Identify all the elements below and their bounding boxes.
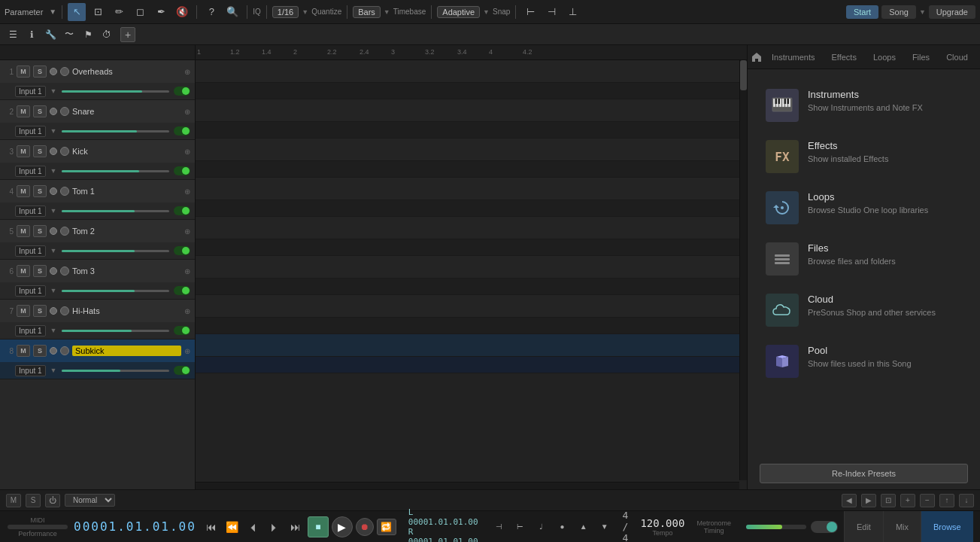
click-btn[interactable]: ● (554, 518, 572, 536)
track-dot-6[interactable] (50, 267, 57, 275)
toggle-4[interactable] (174, 206, 190, 215)
snap-value[interactable]: Adaptive (437, 6, 480, 18)
solo-btn-7[interactable]: S (33, 305, 47, 317)
stereo-icon-3[interactable]: ⊕ (184, 148, 190, 156)
zoom-out-btn[interactable]: − (920, 494, 935, 507)
song-btn[interactable]: Song (881, 5, 916, 19)
browser-item-effects[interactable]: FX Effects Show installed Effects (760, 132, 968, 181)
toggle-3[interactable] (174, 166, 190, 175)
scroll-left-btn[interactable]: ◀ (842, 494, 857, 507)
curve-btn[interactable]: 〜 (61, 27, 77, 42)
stereo-icon-7[interactable]: ⊕ (184, 307, 190, 315)
track-header-2[interactable]: 2 M S Snare ⊕ (0, 100, 195, 123)
stereo-icon-6[interactable]: ⊕ (184, 267, 190, 276)
input-arrow-4[interactable]: ▼ (50, 207, 57, 215)
volume-bar-7[interactable] (62, 330, 169, 332)
track-header-4[interactable]: 4 M S Tom 1 ⊕ (0, 180, 195, 202)
lane-7[interactable] (196, 295, 747, 318)
stereo-icon-4[interactable]: ⊕ (184, 187, 190, 196)
solo-btn-5[interactable]: S (33, 225, 47, 237)
paint-tool-btn[interactable]: ✒ (152, 3, 170, 21)
stereo-icon-5[interactable]: ⊕ (184, 227, 190, 236)
start-btn[interactable]: Start (846, 5, 878, 19)
tab-loops[interactable]: Loops (866, 50, 903, 65)
zoom-fit-btn[interactable]: ⊡ (881, 494, 896, 507)
snap-right-btn[interactable]: ⊣ (542, 3, 560, 21)
record-btn[interactable]: ⏺ (356, 518, 374, 536)
input-select-3[interactable]: Input 1 (15, 166, 46, 177)
track-vol-5[interactable] (60, 227, 69, 236)
quantize-arrow[interactable]: ▼ (302, 8, 308, 16)
browser-item-cloud[interactable]: Cloud PreSonus Shop and other services (760, 286, 968, 334)
track-header-7[interactable]: 7 M S Hi-Hats ⊕ (0, 300, 195, 322)
v-scroll-thumb[interactable] (740, 60, 747, 90)
help-btn[interactable]: ? (202, 3, 220, 21)
track-dot-3[interactable] (50, 148, 57, 155)
track-dot-1[interactable] (50, 68, 57, 75)
toggle-2[interactable] (174, 126, 190, 136)
edit-btn[interactable]: Edit (844, 511, 883, 543)
select-tool-btn[interactable]: ↖ (68, 3, 86, 21)
mute-tool-btn[interactable]: 🔇 (173, 3, 191, 21)
forward-small-btn[interactable]: ⏵ (265, 518, 284, 536)
info-btn[interactable]: ℹ (23, 27, 40, 42)
track-vol-8[interactable] (60, 346, 69, 355)
input-select-8[interactable]: Input 1 (15, 365, 46, 376)
down-btn[interactable]: ▼ (596, 518, 614, 536)
lane-4[interactable] (196, 178, 747, 200)
browse-btn[interactable]: Browse (921, 511, 973, 543)
track-dot-8[interactable] (50, 347, 57, 355)
volume-bar-3[interactable] (62, 170, 169, 172)
snap-mid-btn[interactable]: ⊥ (563, 3, 581, 21)
expand-btn[interactable]: ↑ (939, 494, 954, 507)
volume-bar-8[interactable] (62, 370, 169, 372)
mute-btn-5[interactable]: M (17, 225, 30, 237)
rewind-btn[interactable]: ⏮ (202, 518, 220, 536)
input-arrow-3[interactable]: ▼ (50, 167, 57, 175)
burger-menu-btn[interactable]: ☰ (5, 27, 21, 42)
zoom-btn[interactable]: 🔍 (223, 3, 241, 21)
lane-6[interactable] (196, 256, 747, 279)
track-dot-7[interactable] (50, 307, 57, 315)
master-vol-bar[interactable] (746, 525, 806, 529)
track-dot-2[interactable] (50, 108, 57, 115)
scroll-right-btn[interactable]: ▶ (861, 494, 876, 507)
tab-pool[interactable]: Pool (977, 50, 980, 65)
track-vol-6[interactable] (60, 266, 69, 276)
input-arrow-5[interactable]: ▼ (50, 247, 57, 254)
mute-btn-1[interactable]: M (17, 65, 30, 78)
play-btn[interactable]: ▶ (332, 516, 353, 537)
input-select-7[interactable]: Input 1 (15, 325, 46, 336)
stereo-icon-2[interactable]: ⊕ (184, 108, 190, 116)
contract-btn[interactable]: ↓ (959, 494, 974, 507)
home-icon[interactable] (751, 45, 763, 69)
input-select-2[interactable]: Input 1 (15, 126, 46, 137)
input-arrow-8[interactable]: ▼ (50, 367, 57, 374)
timebase-value[interactable]: Bars (353, 6, 381, 18)
stop-btn[interactable]: ■ (308, 516, 329, 537)
solo-btn-4[interactable]: S (33, 185, 47, 197)
volume-bar-4[interactable] (62, 210, 169, 212)
volume-bar-2[interactable] (62, 130, 169, 132)
solo-btn-3[interactable]: S (33, 145, 47, 157)
clock-btn[interactable]: ⏱ (99, 27, 115, 42)
track-vol-2[interactable] (60, 107, 69, 116)
volume-bar-1[interactable] (62, 90, 169, 93)
range-tool-btn[interactable]: ⊡ (89, 3, 107, 21)
track-header-6[interactable]: 6 M S Tom 3 ⊕ (0, 260, 195, 282)
track-header-8[interactable]: 8 M S Subkick ⊕ (0, 340, 195, 362)
fast-forward-btn[interactable]: ⏭ (287, 518, 305, 536)
input-select-1[interactable]: Input 1 (15, 86, 46, 97)
input-arrow-2[interactable]: ▼ (50, 127, 57, 135)
eraser-tool-btn[interactable]: ◻ (131, 3, 149, 21)
timeline-ruler[interactable]: 1 1.2 1.4 2 2.2 2.4 3 3.2 3.4 4 4.2 (196, 45, 747, 60)
input-select-6[interactable]: Input 1 (15, 285, 46, 297)
reindex-btn[interactable]: Re-Index Presets (760, 464, 968, 483)
master-solo-btn[interactable]: S (26, 494, 41, 507)
mute-btn-8[interactable]: M (17, 345, 30, 357)
track-header-3[interactable]: 3 M S Kick ⊕ (0, 140, 195, 163)
monitor-toggle[interactable] (811, 521, 838, 533)
input-select-4[interactable]: Input 1 (15, 206, 46, 217)
input-select-5[interactable]: Input 1 (15, 245, 46, 257)
solo-btn-2[interactable]: S (33, 105, 47, 117)
